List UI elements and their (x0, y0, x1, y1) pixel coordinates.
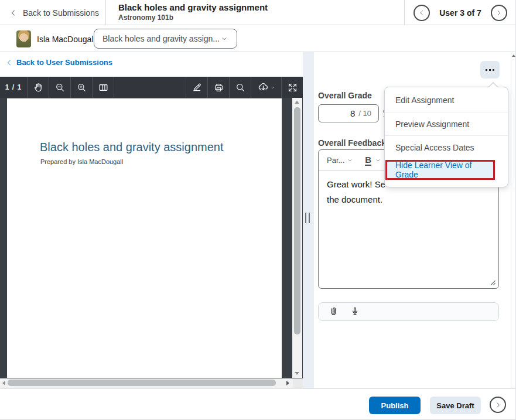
bold-button[interactable]: B (365, 155, 371, 166)
menu-item-hide-learner-view-of-grade[interactable]: Hide Learner View of Grade (385, 160, 495, 180)
publish-button[interactable]: Publish (369, 397, 421, 414)
back-to-submissions-button[interactable]: Back to Submissions (0, 0, 106, 25)
paperclip-icon (328, 306, 339, 317)
scroll-down-arrow-icon[interactable] (295, 372, 299, 375)
vertical-scrollbar[interactable] (292, 98, 302, 378)
back-to-user-submissions-link[interactable]: Back to User Submissions (6, 58, 112, 67)
record-audio-button[interactable] (350, 306, 360, 317)
document-byline: Prepared by Isla MacDougall (40, 158, 123, 165)
cloud-download-icon (258, 82, 269, 93)
assignment-title-block: Black holes and gravity assignment Astro… (118, 2, 268, 22)
zoom-in-icon (76, 82, 87, 93)
zoom-in-button[interactable] (70, 77, 92, 98)
page-layout-icon (98, 82, 109, 93)
user-avatar (16, 30, 31, 47)
scroll-left-arrow-icon[interactable] (2, 381, 5, 385)
pdf-viewer: Black holes and gravity assignment Prepa… (0, 98, 303, 388)
context-menu: Edit Assignment Preview Assignment Speci… (384, 87, 508, 187)
save-draft-button[interactable]: Save Draft (430, 397, 481, 414)
next-user-button[interactable] (491, 5, 507, 21)
document-title: Black holes and gravity assignment (40, 141, 224, 154)
resize-handle[interactable] (490, 279, 496, 285)
page-layout-button[interactable] (92, 77, 114, 98)
attachments-bar (318, 302, 499, 321)
back-to-user-submissions-label: Back to User Submissions (16, 58, 112, 67)
course-name: Astronomy 101b (118, 13, 268, 22)
pen-icon (192, 82, 203, 93)
chevron-down-icon (220, 35, 228, 43)
scroll-up-arrow-icon[interactable] (295, 101, 299, 104)
zoom-out-button[interactable] (49, 77, 70, 98)
chevron-left-icon (418, 9, 425, 16)
chevron-right-icon (494, 401, 502, 409)
ellipsis-icon (486, 69, 487, 71)
previous-user-button[interactable] (414, 5, 430, 21)
submission-selector-label: Black holes and gravity assign... (102, 34, 220, 43)
annotate-button[interactable] (186, 77, 207, 98)
menu-item-edit-assignment[interactable]: Edit Assignment (385, 88, 508, 112)
panel-scrollbar[interactable] (511, 52, 516, 388)
vertical-scrollbar-thumb[interactable] (294, 107, 300, 334)
pdf-toolbar: 1 / 1 (0, 77, 303, 98)
hand-icon (33, 82, 44, 93)
user-row: Isla MacDougall Black holes and gravity … (0, 26, 516, 52)
toolbar-spacer (114, 77, 186, 98)
feedback-text-line: the document. (327, 192, 490, 207)
grade-value: 8 (350, 108, 355, 118)
assignment-title: Black holes and gravity assignment (118, 2, 268, 12)
chevron-down-icon[interactable] (375, 157, 381, 163)
fullscreen-button[interactable] (281, 77, 303, 98)
search-icon (235, 82, 246, 93)
submission-selector-dropdown[interactable]: Black holes and gravity assign... (94, 29, 237, 49)
chevron-down-icon (270, 85, 275, 90)
download-button[interactable] (251, 77, 281, 98)
print-button[interactable] (207, 77, 229, 98)
menu-item-special-access-dates[interactable]: Special Access Dates (385, 135, 508, 159)
grading-app: Back to Submissions Black holes and grav… (0, 0, 516, 420)
overall-feedback-label: Overall Feedback (318, 138, 386, 148)
printer-icon (213, 82, 224, 93)
menu-item-hide-learner-view-row: Hide Learner View of Grade (385, 159, 508, 185)
grade-input[interactable]: 8 / 10 (318, 104, 379, 122)
horizontal-scrollbar[interactable] (0, 378, 293, 388)
scroll-up-arrow-icon[interactable] (512, 54, 515, 57)
microphone-icon (350, 306, 360, 317)
chevron-right-icon (496, 9, 503, 16)
top-bar: Back to Submissions Black holes and grav… (0, 0, 516, 25)
overall-grade-label: Overall Grade (318, 91, 372, 100)
user-name: Isla MacDougall (37, 26, 95, 52)
more-actions-button[interactable] (480, 61, 500, 78)
paragraph-format-label: Par... (327, 156, 344, 165)
user-pager: User 3 of 7 (404, 0, 516, 25)
pan-tool-button[interactable] (27, 77, 49, 98)
next-user-circle-button[interactable] (490, 397, 506, 413)
chevron-left-icon (9, 9, 18, 17)
panel-resize-divider[interactable] (303, 52, 314, 388)
expand-icon (287, 82, 298, 93)
divider-grip-icon[interactable] (305, 213, 310, 223)
attach-file-button[interactable] (328, 306, 339, 317)
user-pager-label: User 3 of 7 (439, 8, 481, 18)
paragraph-format-dropdown[interactable]: Par... (327, 156, 353, 165)
document-page: Black holes and gravity assignment Prepa… (7, 98, 282, 378)
grade-out-of: / 10 (358, 109, 371, 118)
chevron-left-icon (6, 59, 13, 66)
page-indicator: 1 / 1 (0, 77, 27, 98)
chevron-down-icon (347, 157, 353, 163)
search-button[interactable] (229, 77, 251, 98)
menu-item-preview-assignment[interactable]: Preview Assignment (385, 112, 508, 135)
zoom-out-icon (54, 82, 66, 93)
footer-bar: Publish Save Draft (0, 388, 516, 420)
scroll-right-arrow-icon[interactable] (286, 381, 289, 385)
menu-caret (488, 82, 498, 87)
horizontal-scrollbar-thumb[interactable] (8, 380, 276, 386)
back-to-submissions-label: Back to Submissions (23, 8, 99, 18)
scrollbar-corner (293, 378, 303, 388)
